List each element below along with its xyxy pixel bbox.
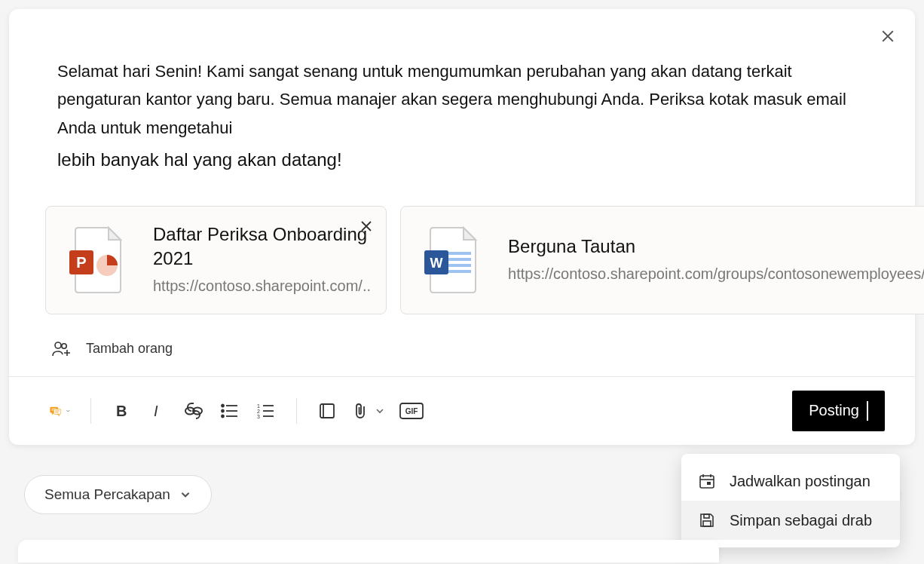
add-people-label: Tambah orang	[86, 341, 173, 357]
post-options-menu: Jadwalkan postingan Simpan sebagai drab	[681, 454, 900, 547]
italic-icon: I	[149, 403, 166, 419]
svg-rect-43	[704, 514, 709, 518]
svg-text:3: 3	[257, 414, 260, 418]
svg-point-9	[55, 342, 61, 348]
post-composer: Selamat hari Senin! Kami sangat senang u…	[9, 9, 915, 445]
next-card-peek	[18, 540, 719, 562]
message-line-1: Selamat hari Senin! Kami sangat senang u…	[57, 62, 846, 137]
svg-text:B: B	[116, 403, 127, 419]
chevron-down-icon	[375, 406, 385, 416]
numbered-list-button[interactable]: 1 2 3	[251, 396, 281, 426]
link-icon	[184, 403, 203, 419]
post-button-split	[867, 401, 868, 421]
paperclip-icon	[353, 402, 370, 420]
menu-item-label: Simpan sebagai drab	[730, 512, 872, 529]
powerpoint-file-icon: P	[61, 222, 129, 297]
link-button[interactable]	[179, 396, 209, 426]
add-people-icon	[51, 340, 72, 358]
word-file-icon: W	[416, 222, 484, 297]
toolbar-divider	[296, 398, 297, 424]
attachment-card-powerpoint[interactable]: P Daftar Periksa Onboarding 2021 https:/…	[45, 206, 387, 314]
filter-label: Semua Percakapan	[44, 486, 170, 503]
format-toolbar: B I 1 2 3	[9, 376, 915, 445]
chevron-down-icon	[179, 489, 191, 501]
quote-icon	[319, 403, 335, 419]
svg-text:I: I	[154, 403, 158, 419]
gif-icon: GIF	[399, 403, 424, 419]
svg-rect-6	[445, 270, 471, 273]
post-type-button[interactable]	[45, 396, 75, 426]
svg-rect-14	[54, 409, 61, 415]
numbered-list-icon: 1 2 3	[257, 403, 275, 418]
svg-rect-3	[445, 252, 471, 255]
menu-item-schedule-post[interactable]: Jadwalkan postingan	[681, 461, 900, 501]
save-icon	[698, 511, 716, 529]
attachment-url: https://contoso.sharepoint.com/groups/co…	[508, 263, 924, 284]
conversation-filter-button[interactable]: Semua Percakapan	[24, 475, 212, 514]
bulleted-list-icon	[221, 403, 239, 418]
svg-point-24	[222, 409, 224, 412]
toolbar-divider	[90, 398, 91, 424]
message-body[interactable]: Selamat hari Senin! Kami sangat senang u…	[9, 9, 915, 191]
attachment-card-word[interactable]: W Berguna Tautan https://contoso.sharepo…	[400, 206, 924, 314]
svg-rect-4	[445, 258, 471, 261]
svg-rect-15	[55, 410, 60, 411]
attachment-title: Daftar Periksa Onboarding 2021	[153, 222, 371, 271]
add-people-button[interactable]: Tambah orang	[9, 330, 915, 376]
svg-text:P: P	[76, 254, 86, 271]
close-button[interactable]	[879, 27, 897, 45]
remove-attachment-button[interactable]	[359, 219, 374, 234]
message-line-2: lebih banyak hal yang akan datang!	[57, 145, 867, 176]
close-icon	[881, 29, 895, 43]
svg-text:1: 1	[257, 403, 260, 409]
svg-rect-39	[707, 482, 711, 485]
menu-item-save-draft[interactable]: Simpan sebagai drab	[681, 501, 900, 540]
gif-button[interactable]: GIF	[396, 396, 427, 426]
attachments-row: P Daftar Periksa Onboarding 2021 https:/…	[9, 191, 915, 330]
italic-button[interactable]: I	[142, 396, 173, 426]
bold-button[interactable]: B	[106, 396, 136, 426]
menu-item-label: Jadwalkan postingan	[730, 473, 870, 490]
attachment-title: Berguna Tautan	[508, 234, 924, 259]
discussion-icon	[50, 400, 61, 421]
svg-rect-5	[445, 264, 471, 267]
svg-text:2: 2	[257, 409, 260, 414]
post-button[interactable]: Posting	[792, 391, 885, 431]
svg-rect-16	[55, 412, 58, 412]
close-icon	[360, 220, 372, 232]
bold-icon: B	[113, 403, 130, 419]
attachment-url: https://contoso.sharepoint.com/..	[153, 275, 371, 296]
bulleted-list-button[interactable]	[215, 396, 245, 426]
chevron-down-icon	[66, 406, 71, 416]
svg-point-26	[222, 415, 224, 417]
calendar-icon	[698, 472, 716, 490]
svg-point-22	[222, 404, 224, 406]
svg-rect-42	[703, 521, 711, 526]
post-button-label: Posting	[809, 402, 859, 419]
svg-rect-33	[320, 404, 334, 418]
svg-point-10	[62, 344, 66, 348]
quote-button[interactable]	[312, 396, 342, 426]
svg-text:GIF: GIF	[405, 407, 418, 415]
svg-text:W: W	[430, 256, 443, 271]
attachment-button[interactable]	[348, 396, 390, 426]
